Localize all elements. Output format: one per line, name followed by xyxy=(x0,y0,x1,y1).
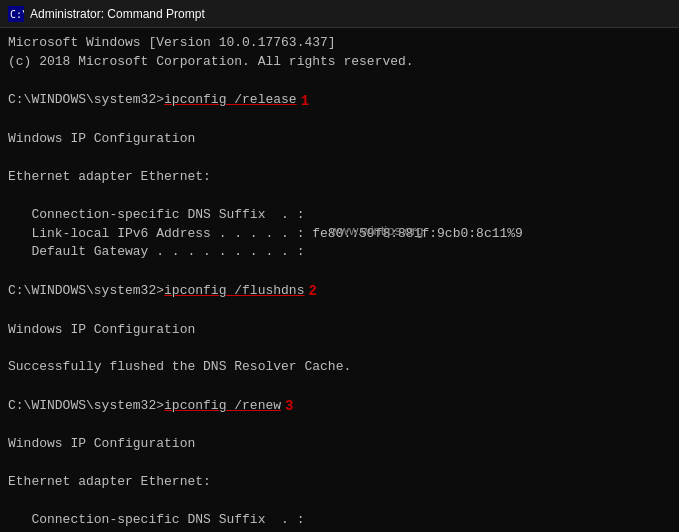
output-line: Link-local IPv6 Address . . . . . : fe80… xyxy=(8,225,671,244)
output-line: Windows IP Configuration xyxy=(8,321,671,340)
command-text: ipconfig /release xyxy=(164,91,297,110)
output-line: Successfully flushed the DNS Resolver Ca… xyxy=(8,358,671,377)
title-bar-text: Administrator: Command Prompt xyxy=(30,7,671,21)
output-line: Connection-specific DNS Suffix . : xyxy=(8,511,671,530)
title-bar: C:\ Administrator: Command Prompt xyxy=(0,0,679,28)
empty-line xyxy=(8,454,671,473)
output-line: Ethernet adapter Ethernet: xyxy=(8,473,671,492)
empty-line xyxy=(8,339,671,358)
svg-text:C:\: C:\ xyxy=(10,9,24,20)
output-line: Microsoft Windows [Version 10.0.17763.43… xyxy=(8,34,671,53)
output-line: (c) 2018 Microsoft Corporation. All righ… xyxy=(8,53,671,72)
command-line: C:\WINDOWS\system32>ipconfig /renew3 xyxy=(8,396,671,416)
output-line: Default Gateway . . . . . . . . . : xyxy=(8,243,671,262)
command-text: ipconfig /flushdns xyxy=(164,282,304,301)
prompt: C:\WINDOWS\system32> xyxy=(8,91,164,110)
empty-line xyxy=(8,492,671,511)
output-line: Windows IP Configuration xyxy=(8,435,671,454)
output-line: Connection-specific DNS Suffix . : xyxy=(8,206,671,225)
output-line: Windows IP Configuration xyxy=(8,130,671,149)
command-line: C:\WINDOWS\system32>ipconfig /flushdns2 xyxy=(8,281,671,301)
empty-line xyxy=(8,72,671,91)
cmd-icon: C:\ xyxy=(8,6,24,22)
empty-line xyxy=(8,302,671,321)
empty-line xyxy=(8,377,671,396)
prompt: C:\WINDOWS\system32> xyxy=(8,282,164,301)
empty-line xyxy=(8,111,671,130)
command-text: ipconfig /renew xyxy=(164,397,281,416)
empty-line xyxy=(8,416,671,435)
command-line: C:\WINDOWS\system32>ipconfig /release1 xyxy=(8,91,671,111)
terminal: Microsoft Windows [Version 10.0.17763.43… xyxy=(0,28,679,532)
empty-line xyxy=(8,149,671,168)
output-line: Ethernet adapter Ethernet: xyxy=(8,168,671,187)
empty-line xyxy=(8,262,671,281)
step-number: 2 xyxy=(308,281,316,301)
empty-line xyxy=(8,187,671,206)
step-number: 1 xyxy=(301,91,309,111)
prompt: C:\WINDOWS\system32> xyxy=(8,397,164,416)
step-number: 3 xyxy=(285,396,293,416)
